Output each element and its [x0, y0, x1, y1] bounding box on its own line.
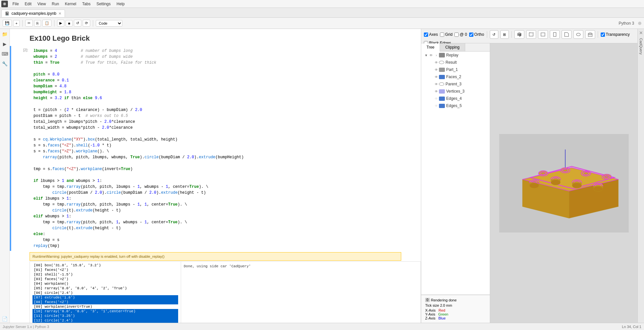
restart-button[interactable]: ↺	[74, 20, 81, 27]
eye-edges5[interactable]: 👁	[434, 103, 439, 108]
grid-checkbox[interactable]	[440, 33, 444, 37]
tree-label-part1: Part_1	[446, 67, 458, 72]
view-back-button[interactable]	[538, 30, 548, 39]
replay-item-02[interactable]: [02] shell('-1.5')	[32, 272, 178, 277]
cell-code[interactable]: lbumps = 4 # number of bumps long wbumps…	[31, 47, 421, 250]
eye-replay[interactable]: 👁	[428, 53, 434, 58]
z-axis-label: Z-Axis	[425, 316, 435, 320]
collapse-close-icon[interactable]: ✕	[639, 30, 643, 35]
replay-item-06[interactable]: [06] circle('2.4')	[32, 291, 178, 295]
tree-item-edges5[interactable]: 👁 Edges_5	[421, 102, 490, 109]
lego-render	[495, 134, 633, 232]
eye-edges4[interactable]: 👁	[434, 96, 439, 101]
tree-item-edges4[interactable]: 👁 Edges_4	[421, 95, 490, 102]
sidebar-commands-icon[interactable]: ⌨	[1, 50, 9, 58]
tab-close-button[interactable]: ✕	[58, 11, 61, 16]
sidebar-files-icon[interactable]: 📁	[1, 30, 9, 38]
grid-checkbox-group[interactable]: Grid	[440, 32, 453, 37]
eye-faces2[interactable]: 👁	[434, 74, 439, 79]
notebook-tab[interactable]: 📓 cadquery-examples.ipynb ✕	[1, 10, 65, 17]
replay-item-04[interactable]: [04] workplane()	[32, 281, 178, 286]
view-right-button[interactable]	[562, 30, 571, 39]
run-button[interactable]: ▶	[57, 20, 64, 27]
ortho-checkbox[interactable]	[469, 33, 473, 37]
save-button[interactable]: 💾	[3, 20, 12, 27]
transparency-checkbox[interactable]	[601, 33, 605, 37]
sidebar-tools-icon[interactable]: 🔧	[1, 60, 9, 68]
fullscreen-button[interactable]: ⊞	[500, 30, 509, 39]
menu-tabs[interactable]: Tabs	[80, 1, 93, 7]
svg-point-43	[572, 183, 581, 188]
side-output: Done, using side car 'CadQuery'	[181, 262, 421, 323]
svg-line-7	[533, 32, 534, 33]
tree-item-result[interactable]: 👁 Result	[421, 59, 490, 66]
menu-settings[interactable]: Settings	[94, 1, 113, 7]
reset-view-button[interactable]: ↺	[490, 30, 498, 39]
ortho-checkbox-group[interactable]: Ortho	[469, 32, 484, 37]
tree-icon-part1	[439, 68, 445, 72]
menu-help[interactable]: Help	[114, 1, 127, 7]
axes-checkbox-group[interactable]: Axes	[424, 32, 438, 37]
stop-button[interactable]: ■	[66, 20, 73, 27]
cell-type-dropdown[interactable]: Code Markdown	[96, 20, 122, 27]
replay-item-00[interactable]: [00] box('31.8', '15.8', '3.2')	[32, 263, 178, 268]
replay-list: [00] box('31.8', '15.8', '3.2') [01] fac…	[30, 262, 181, 323]
view-front-button[interactable]	[526, 30, 536, 39]
eye2-replay[interactable]: ›	[434, 53, 439, 58]
add-cell-button[interactable]: +	[13, 20, 20, 27]
tree-arrow-replay: ▼	[424, 54, 428, 57]
tick-size: Tick size 2.0 mm	[425, 303, 486, 307]
clipping-tab[interactable]: Clipping	[440, 43, 465, 51]
z-axis-info: Z-Axis Blue	[425, 316, 486, 320]
tree-panel: ▼ 👁 › Replay 👁 Result	[421, 52, 490, 295]
view-top-button[interactable]	[573, 30, 583, 39]
menu-kernel[interactable]: Kernel	[62, 1, 79, 7]
replay-item-10[interactable]: [10] rarray('8.0', '8.0', '3', '1',cente…	[32, 309, 178, 314]
view-bottom-button[interactable]	[585, 30, 595, 39]
sidebar-pages-icon[interactable]: 📄	[1, 315, 9, 323]
svg-rect-8	[541, 33, 545, 36]
tree-item-replay[interactable]: ▼ 👁 › Replay	[421, 52, 490, 59]
parent3-icon	[439, 82, 444, 86]
zero-checkbox-group[interactable]: @ 0	[454, 32, 467, 37]
menu-view[interactable]: View	[35, 1, 49, 7]
eye-part1[interactable]: 👁	[434, 67, 439, 72]
tree-label-result: Result	[446, 60, 457, 65]
x-axis-label: X-Axis	[425, 308, 436, 312]
view-iso-button[interactable]	[514, 30, 524, 39]
menu-file[interactable]: File	[10, 1, 21, 7]
eye-parent3[interactable]: 👁	[434, 81, 439, 87]
paste-button[interactable]: 📋	[42, 20, 52, 27]
cut-button[interactable]: ✂	[25, 20, 33, 27]
view-left-button[interactable]	[550, 30, 560, 39]
replay-item-08[interactable]: [08] faces('<Z')	[32, 300, 178, 304]
tree-item-part1[interactable]: 👁 Part_1	[421, 66, 490, 73]
tree-item-vertices3[interactable]: 👁 Vertices_3	[421, 88, 490, 95]
right-collapse-panel[interactable]: ✕ CadQuery	[637, 29, 644, 323]
replay-item-11[interactable]: [11] circle('3.25')	[32, 314, 178, 318]
menu-run[interactable]: Run	[49, 1, 62, 7]
transparency-checkbox-group[interactable]: Transparency	[601, 32, 630, 37]
copy-button[interactable]: ⎘	[34, 20, 41, 27]
replay-item-09[interactable]: [09] workplane(invert=True)	[32, 304, 178, 309]
replay-item-07[interactable]: [07] extrude('1.8')	[32, 295, 178, 300]
eye-result[interactable]: 👁	[434, 60, 439, 65]
tree-tab[interactable]: Tree	[421, 43, 440, 52]
notebook-title: Ex100 Lego Brick	[10, 29, 421, 45]
menu-edit[interactable]: Edit	[22, 1, 34, 7]
eye-vertices3[interactable]: 👁	[434, 89, 439, 94]
x-axis-color: Red	[439, 308, 445, 312]
replay-item-01[interactable]: [01] faces('<Z')	[32, 268, 178, 272]
tree-item-parent3[interactable]: 👁 Parent_3	[421, 80, 490, 88]
replay-item-12[interactable]: [12] circle('2.4')	[32, 318, 178, 323]
sidebar-run-icon[interactable]: ▶	[1, 40, 9, 48]
replay-item-05[interactable]: [05] rarray('8.0', '8.0', '4', '2', 'Tru…	[32, 286, 178, 291]
tree-icon-faces2	[439, 75, 445, 79]
tree-item-faces2[interactable]: 👁 Faces_2	[421, 73, 490, 80]
viewport-3d[interactable]	[490, 43, 637, 323]
replay-item-03[interactable]: [03] faces('>Z')	[32, 277, 178, 281]
tree-label-replay: Replay	[446, 53, 458, 57]
axes-checkbox[interactable]	[424, 33, 428, 37]
zero-checkbox[interactable]	[454, 33, 459, 37]
refresh-button[interactable]: ⟳	[83, 20, 90, 27]
